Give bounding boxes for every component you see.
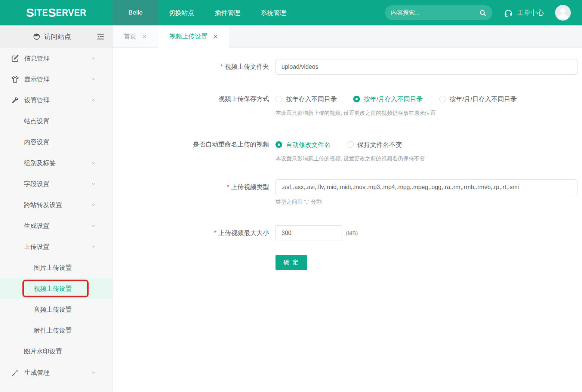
logo-text: S [26,6,34,20]
edit-icon [11,55,19,62]
sidebar-item-label: 站点设置 [24,117,49,126]
chevron-down-icon [90,160,96,166]
user-icon [555,5,571,21]
sidebar-item-attachment-upload-settings[interactable]: 附件上传设置 [0,320,112,341]
confirm-button[interactable]: 确 定 [275,255,307,270]
sidebar-item-label: 信息管理 [24,54,50,63]
chevron-down-icon [90,55,96,61]
nav-item-plugin-manage[interactable]: 插件管理 [204,0,250,25]
search-icon[interactable] [479,9,486,16]
sidebar-item-info-manage[interactable]: 信息管理 [0,48,112,69]
radio-save-by-year-month-day[interactable]: 按年/月/日存入不同目录 [439,95,517,104]
sidebar-item-video-upload-settings[interactable]: 视频上传设置 [0,278,112,299]
chevron-down-icon [90,370,96,376]
radio-label: 按年存入不同目录 [286,95,337,104]
form-row-save-mode: 视频上传保存方式 按年存入不同目录 按年/月存入不同目录 [113,91,582,117]
sidebar-item-label: 上传设置 [24,243,49,251]
sidebar-item-label: 图片上传设置 [34,263,72,272]
sidebar-item-label: 组别及标签 [24,159,56,167]
sidebar-item-display-manage[interactable]: 显示管理 [0,69,112,90]
siteserver-logo: SITESERVER [0,0,113,25]
max-size-input[interactable] [275,225,342,241]
field-label: 上传视频类型 [113,179,269,195]
radio-circle[interactable] [439,96,446,102]
topbar-right: 工单中心 [385,0,582,25]
content-search-box[interactable] [385,5,492,20]
close-icon[interactable]: × [142,33,147,40]
radio-circle[interactable] [347,141,354,148]
sidebar-item-generate-settings[interactable]: 生成设置 [0,215,112,236]
ticket-center-link[interactable]: 工单中心 [504,8,544,18]
sidebar-item-settings-manage[interactable]: 设置管理 [0,90,112,111]
wrench-icon [11,96,19,104]
settings-form: 视频上传文件夹 视频上传保存方式 按年存入不同目录 [113,48,582,392]
sidebar-item-content-settings[interactable]: 内容设置 [0,132,112,152]
nav-item-system-manage[interactable]: 系统管理 [250,0,296,25]
sidebar-item-upload-settings[interactable]: 上传设置 [0,236,112,257]
close-icon[interactable]: × [213,33,218,40]
tab-home[interactable]: 首页 × [113,25,158,47]
nav-item-site[interactable]: Belle [113,0,158,25]
sidebar-item-label: 显示管理 [24,75,50,84]
types-hint: 类型之间用 “,” 分割 [275,198,578,206]
sidebar-item-audio-upload-settings[interactable]: 音频上传设置 [0,299,112,320]
radio-keep-filename[interactable]: 保持文件名不变 [347,141,402,149]
nav-item-switch-site[interactable]: 切换站点 [158,0,204,25]
radio-save-by-year-month[interactable]: 按年/月存入不同目录 [353,95,423,104]
tab-label: 首页 [124,32,136,41]
headset-icon [504,8,513,18]
sidebar-item-label: 字段设置 [24,180,49,188]
field-label: 上传视频最大大小 [113,225,269,241]
sidebar-item-site-settings[interactable]: 站点设置 [0,111,112,132]
radio-auto-rename[interactable]: 自动修改文件名 [275,141,330,149]
sidebar-item-label: 设置管理 [24,96,50,105]
main-panel: 首页 × 视频上传设置 × 视频上传文件夹 视频上传 [113,25,582,392]
field-label: 视频上传文件夹 [113,59,269,75]
sidebar-item-label: 附件上传设置 [34,326,72,335]
sidebar-item-groups-tags[interactable]: 组别及标签 [0,152,112,173]
chevron-down-icon [90,223,96,229]
radio-label: 保持文件名不变 [357,141,402,149]
tab-bar: 首页 × 视频上传设置 × [113,25,582,48]
radio-save-by-year[interactable]: 按年存入不同目录 [275,95,337,104]
sidebar-item-field-settings[interactable]: 字段设置 [0,173,112,194]
visit-site-link[interactable]: 访问站点 [33,32,71,41]
sidebar-item-label: 音频上传设置 [34,305,72,314]
sidebar: 访问站点 [0,25,113,392]
radio-circle-checked[interactable] [353,96,360,102]
sidebar-item-label: 跨站转发设置 [24,201,62,209]
rename-hint: 本设置只影响新上传的视频, 设置更改之前的视频名仍保持不变 [275,155,425,162]
sidebar-item-cross-site-forward[interactable]: 跨站转发设置 [0,194,112,215]
visit-site-label: 访问站点 [44,32,71,41]
form-row-video-types: 上传视频类型 类型之间用 “,” 分割 [113,179,582,206]
avatar[interactable] [555,5,571,21]
tab-video-upload-settings[interactable]: 视频上传设置 × [158,25,229,48]
topbar: SITESERVER Belle 切换站点 插件管理 系统管理 [0,0,582,25]
shirt-icon [11,75,19,83]
magic-wand-icon [11,369,19,377]
menu-fold-icon[interactable] [96,33,105,41]
globe-icon [33,33,40,40]
video-types-input[interactable] [275,179,578,195]
sidebar-item-image-watermark-settings[interactable]: 图片水印设置 [0,341,112,362]
radio-circle-checked[interactable] [275,141,282,148]
search-input[interactable] [391,9,479,16]
radio-label: 自动修改文件名 [286,141,330,149]
field-label: 视频上传保存方式 [113,91,269,107]
radio-circle[interactable] [275,96,282,102]
form-row-max-size: 上传视频最大大小 (MB) [113,225,582,241]
app-window: SITESERVER Belle 切换站点 插件管理 系统管理 [0,0,582,392]
form-actions: 确 定 [275,255,582,270]
sidebar-item-label: 视频上传设置 [34,284,72,293]
sidebar-item-label: 生成设置 [24,222,49,230]
video-upload-folder-input[interactable] [275,59,578,75]
chevron-up-icon [90,244,96,250]
sidebar-item-image-upload-settings[interactable]: 图片上传设置 [0,257,112,278]
sidebar-menu: 信息管理 显示管理 [0,48,112,392]
chevron-down-icon [90,202,96,208]
sidebar-item-generate-manage[interactable]: 生成管理 [0,362,112,383]
form-row-video-upload-folder: 视频上传文件夹 [113,59,582,75]
radio-label: 按年/月存入不同目录 [364,95,423,104]
radio-label: 按年/月/日存入不同目录 [450,95,517,104]
ticket-center-label: 工单中心 [517,8,544,17]
